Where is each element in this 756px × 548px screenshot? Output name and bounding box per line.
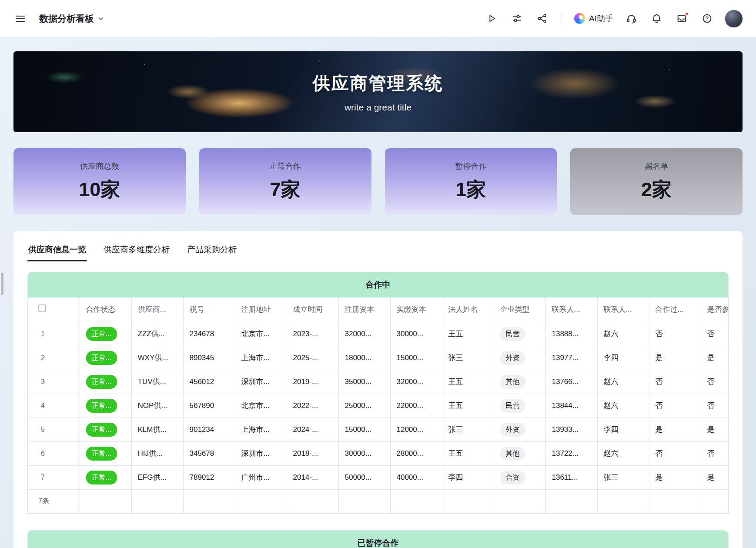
cell-cooperated[interactable]: 否 <box>649 370 701 394</box>
column-header-tax_id[interactable]: 税号 <box>183 297 235 322</box>
cell-address[interactable]: 北京市... <box>235 322 287 346</box>
cell-paid_capital[interactable]: 28000... <box>390 441 442 465</box>
cell-paid_capital[interactable]: 12000... <box>390 418 442 441</box>
tab-3[interactable]: 产品采购分析 <box>186 241 238 262</box>
cell-contact_name[interactable]: 李四 <box>597 346 649 370</box>
doc-title-dropdown[interactable]: 数据分析看板 <box>39 13 104 25</box>
cell-paid_capital[interactable]: 15000... <box>390 346 442 370</box>
row-index[interactable]: 6 <box>28 441 80 465</box>
cell-reg_capital[interactable]: 50000... <box>338 465 390 489</box>
inbox-button[interactable] <box>674 11 689 26</box>
tab-2[interactable]: 供应商多维度分析 <box>103 241 171 262</box>
support-button[interactable] <box>624 11 639 26</box>
cell-cooperated[interactable]: 是 <box>649 418 701 441</box>
cell-reg_capital[interactable]: 35000... <box>338 370 390 394</box>
cell-paid_capital[interactable]: 22000... <box>390 394 442 418</box>
cell-company_type[interactable]: 其他 <box>494 441 545 465</box>
cell-contact_name[interactable]: 赵六 <box>597 370 649 394</box>
cell-tax_id[interactable]: 789012 <box>183 465 235 489</box>
stat-card-1[interactable]: 供应商总数10家 <box>13 148 186 215</box>
cell-status[interactable]: 正常... <box>80 346 131 370</box>
stat-card-3[interactable]: 暂停合作1家 <box>385 148 557 215</box>
cell-reg_capital[interactable]: 15000... <box>338 418 390 441</box>
cell-contact_phone[interactable]: 13888... <box>545 322 597 346</box>
hamburger-menu-button[interactable] <box>13 11 28 26</box>
cell-supplier[interactable]: NOP供... <box>131 394 183 418</box>
group-header-cooperating[interactable]: 合作中 <box>28 272 728 297</box>
cell-legal_person[interactable]: 王五 <box>442 441 494 465</box>
cell-participates[interactable]: 否 <box>701 441 728 465</box>
column-header-cooperated[interactable]: 合作过... <box>649 297 701 322</box>
cell-legal_person[interactable]: 李四 <box>442 465 494 489</box>
cell-supplier[interactable]: EFG供... <box>131 465 183 489</box>
cell-status[interactable]: 正常... <box>80 370 131 394</box>
column-header-paid_capital[interactable]: 实缴资本 <box>390 297 442 322</box>
cell-participates[interactable]: 否 <box>701 322 728 346</box>
cell-contact_name[interactable]: 赵六 <box>597 394 649 418</box>
cell-status[interactable]: 正常... <box>80 441 131 465</box>
cell-tax_id[interactable]: 456012 <box>183 370 235 394</box>
cell-paid_capital[interactable]: 30000... <box>390 322 442 346</box>
cell-company_type[interactable]: 合资 <box>494 465 545 489</box>
cell-tax_id[interactable]: 567890 <box>183 394 235 418</box>
row-index[interactable]: 2 <box>28 346 80 370</box>
cell-contact_phone[interactable]: 13766... <box>545 370 597 394</box>
cell-status[interactable]: 正常... <box>80 394 131 418</box>
cell-tax_id[interactable]: 890345 <box>183 346 235 370</box>
cell-participates[interactable]: 是 <box>701 418 728 441</box>
cell-tax_id[interactable]: 901234 <box>183 418 235 441</box>
cell-participates[interactable]: 否 <box>701 394 728 418</box>
row-index[interactable]: 4 <box>28 394 80 418</box>
cell-company_type[interactable]: 其他 <box>494 370 545 394</box>
cell-tax_id[interactable]: 234678 <box>183 322 235 346</box>
cell-reg_capital[interactable]: 18000... <box>338 346 390 370</box>
row-index[interactable]: 7 <box>28 465 80 489</box>
cell-legal_person[interactable]: 张三 <box>442 346 494 370</box>
column-header-status[interactable]: 合作状态 <box>80 297 131 322</box>
tab-1[interactable]: 供应商信息一览 <box>27 241 87 262</box>
column-header-founded[interactable]: 成立时间 <box>287 297 338 322</box>
cell-company_type[interactable]: 外资 <box>494 346 545 370</box>
cell-founded[interactable]: 2019-... <box>287 370 338 394</box>
cell-paid_capital[interactable]: 32000... <box>390 370 442 394</box>
cell-paid_capital[interactable]: 40000... <box>390 465 442 489</box>
cell-founded[interactable]: 2025-... <box>287 346 338 370</box>
cell-address[interactable]: 北京市... <box>235 394 287 418</box>
ai-assistant-button[interactable]: AI助手 <box>574 13 613 24</box>
present-button[interactable] <box>484 11 499 26</box>
cell-contact_phone[interactable]: 13611... <box>545 465 597 489</box>
cell-founded[interactable]: 2018-... <box>287 441 338 465</box>
share-button[interactable] <box>535 11 549 26</box>
cell-company_type[interactable]: 民营 <box>494 394 545 418</box>
cell-cooperated[interactable]: 否 <box>649 322 701 346</box>
cell-address[interactable]: 深圳市... <box>235 370 287 394</box>
cell-founded[interactable]: 2024-... <box>287 418 338 441</box>
column-header-address[interactable]: 注册地址 <box>235 297 287 322</box>
group-header-suspended[interactable]: 已暂停合作 <box>28 531 728 548</box>
cell-contact_name[interactable]: 赵六 <box>597 322 649 346</box>
cell-legal_person[interactable]: 张三 <box>442 418 494 441</box>
cell-address[interactable]: 广州市... <box>235 465 287 489</box>
cell-cooperated[interactable]: 否 <box>649 394 701 418</box>
cell-legal_person[interactable]: 王五 <box>442 322 494 346</box>
cell-contact_phone[interactable]: 13977... <box>545 346 597 370</box>
column-header-contact_name[interactable]: 联系人... <box>597 297 649 322</box>
cell-reg_capital[interactable]: 32000... <box>338 322 390 346</box>
help-button[interactable]: ? <box>699 11 714 26</box>
cell-supplier[interactable]: ZZZ供... <box>131 322 183 346</box>
cell-participates[interactable]: 是 <box>701 465 728 489</box>
cell-status[interactable]: 正常... <box>80 322 131 346</box>
cell-company_type[interactable]: 民营 <box>494 322 545 346</box>
column-header-reg_capital[interactable]: 注册资本 <box>338 297 390 322</box>
column-header-company_type[interactable]: 企业类型 <box>494 297 545 322</box>
avatar[interactable] <box>725 10 743 28</box>
cell-contact_name[interactable]: 张三 <box>597 465 649 489</box>
notifications-button[interactable] <box>649 11 664 26</box>
cell-contact_phone[interactable]: 13933... <box>545 418 597 441</box>
column-header-legal_person[interactable]: 法人姓名 <box>442 297 494 322</box>
cell-legal_person[interactable]: 王五 <box>442 394 494 418</box>
select-all-header-cell[interactable] <box>28 297 80 322</box>
settings-button[interactable] <box>509 11 524 26</box>
cell-company_type[interactable]: 外资 <box>494 418 545 441</box>
column-header-participates[interactable]: 是否参 <box>701 297 728 322</box>
